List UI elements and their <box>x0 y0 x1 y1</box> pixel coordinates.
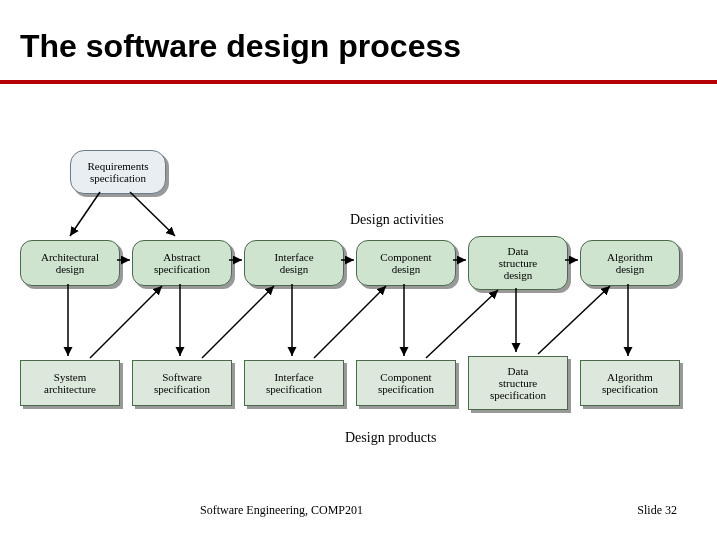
input-requirements-spec: Requirementsspecification <box>70 150 166 194</box>
svg-line-1 <box>130 192 175 236</box>
slide: The software design process Design activ… <box>0 0 717 538</box>
diagram-arrows <box>20 150 700 460</box>
product-data-structure-specification: Datastructurespecification <box>468 356 568 410</box>
products-label: Design products <box>345 430 436 446</box>
activity-architectural-design: Architecturaldesign <box>20 240 120 286</box>
design-process-diagram: Design activities Design products Requir… <box>20 150 700 460</box>
title-underline <box>0 80 717 84</box>
svg-line-16 <box>426 290 498 358</box>
product-component-specification: Componentspecification <box>356 360 456 406</box>
activities-label: Design activities <box>350 212 444 228</box>
footer-slide-num: 32 <box>665 503 677 517</box>
footer-slide-number: Slide 32 <box>637 503 677 518</box>
activity-data-structure-design: Datastructuredesign <box>468 236 568 290</box>
activity-component-design: Componentdesign <box>356 240 456 286</box>
product-system-architecture: Systemarchitecture <box>20 360 120 406</box>
svg-line-0 <box>70 192 100 236</box>
footer-course: Software Engineering, COMP201 <box>200 503 363 518</box>
product-interface-specification: Interfacespecification <box>244 360 344 406</box>
activity-abstract-specification: Abstractspecification <box>132 240 232 286</box>
activity-algorithm-design: Algorithmdesign <box>580 240 680 286</box>
slide-title: The software design process <box>20 28 461 65</box>
svg-line-15 <box>314 286 386 358</box>
activity-interface-design: Interfacedesign <box>244 240 344 286</box>
svg-line-17 <box>538 286 610 354</box>
product-software-specification: Softwarespecification <box>132 360 232 406</box>
svg-line-13 <box>90 286 162 358</box>
svg-line-14 <box>202 286 274 358</box>
footer-slide-prefix: Slide <box>637 503 665 517</box>
product-algorithm-specification: Algorithmspecification <box>580 360 680 406</box>
